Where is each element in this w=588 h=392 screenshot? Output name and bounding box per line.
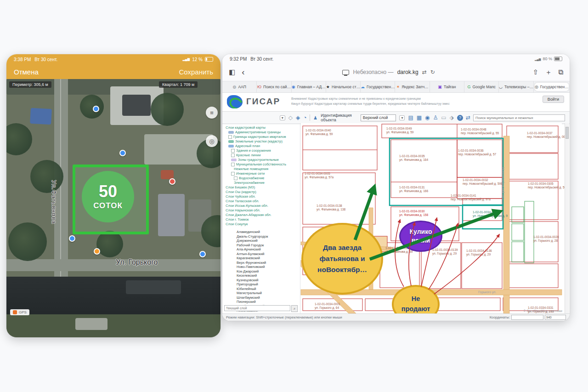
parcel-label[interactable]: 1-02-01-0034-0030 ул. Фатьянова д. 158 xyxy=(399,210,428,217)
layer-tree-item[interactable]: Муниципальная собственность xyxy=(226,162,299,167)
layer-checkbox[interactable] xyxy=(231,172,235,176)
map-search-input[interactable] xyxy=(473,114,565,121)
district-item[interactable]: Магистральный xyxy=(237,291,299,295)
parcel-label[interactable]: 1-02-01-0034-0005 ул. Фатьянова д. 57а xyxy=(305,172,334,180)
layer-select-arrow[interactable]: ▾ xyxy=(399,115,405,120)
identify-tool-icon[interactable]: ♟ xyxy=(313,115,317,120)
browser-tab[interactable]: Ю Поиск по сай… xyxy=(257,81,291,92)
parcel-label[interactable]: 1-02-01-0034-0139 ул. Горького д. 29 xyxy=(432,248,458,256)
layer-tree-item[interactable]: Слои Нарынская обл. xyxy=(226,208,299,213)
district-item[interactable]: Алтын-Булакский xyxy=(237,252,299,256)
swap-icon[interactable]: ⇄ xyxy=(466,114,470,121)
map-marker-blue[interactable] xyxy=(93,106,99,112)
browser-tab[interactable]: ◍ ААП xyxy=(222,81,257,92)
map-marker-red[interactable] xyxy=(169,178,175,185)
address-bar[interactable]: Небезопасно — darok.kg ⇄ ↻ xyxy=(251,69,526,75)
district-item[interactable]: Дзержинский xyxy=(237,239,299,243)
parcel-label[interactable]: 1-02-01-0034-0049 ул. Фатьянова д. 59 xyxy=(386,127,413,135)
search-small-icon[interactable]: ⌕ xyxy=(291,305,298,312)
browser-tab[interactable]: ◉ Главная – АД… xyxy=(292,81,326,92)
layer-tree-item[interactable]: Электроснабжение xyxy=(226,181,299,185)
browser-tab[interactable]: ◎ Государствен… xyxy=(534,82,569,91)
layers-button[interactable]: ≡ xyxy=(206,107,218,119)
parcel-label[interactable]: 1-02-01-0034-0138 ул. Фатьянова д. 138 xyxy=(317,204,345,212)
parcel-label[interactable]: 1-02-01-0034-0136 ул. Горького д. 29 xyxy=(466,249,492,257)
collapse-dropdown[interactable]: ▾ xyxy=(280,115,285,120)
browser-tab[interactable]: ✶ Яндекс Запч… xyxy=(395,81,430,92)
pin-icon[interactable]: ◉ xyxy=(425,114,430,121)
layer-tree-item[interactable]: Административные границы xyxy=(226,130,299,135)
translate-icon[interactable]: ⇄ xyxy=(422,69,427,75)
district-item[interactable]: Пригородный xyxy=(237,282,299,287)
browser-tab[interactable]: ☁ Государствен… xyxy=(361,81,395,92)
map-marker-orange[interactable] xyxy=(94,248,100,255)
share-icon[interactable]: ⇧ xyxy=(533,68,539,76)
layer-tree-item[interactable]: Слои Иссык-Кульская обл. xyxy=(226,204,299,208)
back-icon[interactable]: ‹ xyxy=(242,70,244,74)
layer-checkbox[interactable] xyxy=(234,176,237,180)
locate-button[interactable]: ◎ xyxy=(206,135,218,147)
layer-tree-item[interactable]: Адресный план xyxy=(226,144,299,148)
browser-tab[interactable]: ▣ Тайган xyxy=(430,81,464,92)
parcel-label[interactable]: 1-02-01-0034-0048 пер. Новооктябрьский д… xyxy=(461,128,499,136)
layer-tree-item[interactable]: Слои кадастровой карты xyxy=(226,125,299,130)
layer-tree-item[interactable]: Красные линии xyxy=(226,153,299,158)
layer-tree-item[interactable]: Границы кадастровых кварталов xyxy=(226,135,299,139)
parcel-label[interactable]: 1-02-01-0034-0001 ул. Горького д. 64 xyxy=(315,302,340,310)
district-item[interactable]: Ново-Павловский xyxy=(237,265,299,269)
layer-tree-item[interactable]: Зоны градостроительные xyxy=(226,158,299,162)
layer-tree-item[interactable]: Инженерные сети xyxy=(226,171,299,176)
layer-tree-item[interactable]: Слои Джалал-Абадская обл. xyxy=(226,213,299,217)
layer-zoom-icon[interactable]: ◔ xyxy=(303,114,306,121)
layer-checkbox[interactable] xyxy=(231,153,235,157)
parcel-label[interactable]: 1-02-01-0034-0040 ул. Фатьянова д. 59 xyxy=(305,129,333,136)
district-item[interactable]: Джаль-Студгородок xyxy=(237,234,299,239)
map-marker-blue[interactable] xyxy=(199,251,206,257)
layer-tree-item[interactable]: Слои Чуйская обл. xyxy=(226,194,299,199)
coord-y-input[interactable] xyxy=(545,315,566,320)
map-marker-blue[interactable] xyxy=(69,235,75,242)
district-item[interactable]: Карагачевский xyxy=(237,256,299,261)
save-button[interactable]: Сохранить xyxy=(179,68,213,76)
district-item[interactable]: Рабочий Городок xyxy=(237,243,299,248)
cadastral-map[interactable]: 1-02-01-0034-0040 ул. Фатьянова д. 59 1-… xyxy=(301,123,562,313)
layer-tree-item[interactable]: Слои Бишкек (МЗ) xyxy=(226,185,299,190)
parcel-label[interactable]: 1-02-01-0034-0028 ул. Горького д. 28 xyxy=(533,235,559,243)
parcel-label[interactable]: 1-02-01-0034-0033 ул. Новооктябрьская д.… xyxy=(473,210,508,218)
selected-area-square[interactable]: 50 СОТОК xyxy=(73,165,149,234)
browser-tab[interactable]: ◡ Телевизоры –… xyxy=(499,81,533,92)
parcel-label[interactable]: 1-02-01-0034-0035 ул. Фатьянова д. 164 xyxy=(399,154,428,162)
coord-x-input[interactable] xyxy=(511,315,543,320)
district-item[interactable]: Аламединский xyxy=(237,230,299,234)
layer-tree-item[interactable]: Слои Таласская обл. xyxy=(226,199,299,204)
current-layer-input[interactable] xyxy=(224,305,290,311)
parcel-label[interactable]: 1-02-01-0034-0032 пер. Новооктябрьский д… xyxy=(463,178,503,186)
polygon-tool-icon[interactable]: ◇ xyxy=(288,114,293,121)
parcel-label[interactable]: 1-02-01-0034-0141 пер. Новооктябрьский д… xyxy=(451,194,491,202)
parcel-label[interactable]: 1-02-01-0034-0131 ул. Фатьянова д. 166 xyxy=(399,186,428,193)
parcel-label[interactable]: 1-02-01-0034-0037 пер. Новооктябрьский д… xyxy=(527,131,567,139)
sidebar-toggle-icon[interactable]: ◧ xyxy=(229,68,235,76)
browser-tab[interactable]: ★ Начальное ст… xyxy=(326,81,361,92)
tabs-overview-icon[interactable]: ⧉ xyxy=(558,68,563,76)
district-item[interactable]: Юбилейный xyxy=(237,287,299,291)
map-marker-blue[interactable] xyxy=(119,150,126,156)
district-item[interactable]: Пионерский xyxy=(237,300,299,304)
print-icon[interactable]: ▭ xyxy=(441,114,446,121)
parcel-label[interactable]: 1-02-01-0034-0036 пер. Новооктябрьский д… xyxy=(458,149,496,157)
image-icon[interactable]: ▦ xyxy=(417,114,422,121)
layer-checkbox[interactable] xyxy=(231,163,235,166)
layer-tree-item[interactable]: Земельные участки (кадастр) xyxy=(226,139,299,144)
layer-tree-item[interactable]: Слои г. Токмок xyxy=(226,217,299,222)
login-button[interactable]: Войти xyxy=(543,96,564,103)
help-icon[interactable]: ? xyxy=(457,115,463,121)
district-item[interactable]: Киселевский xyxy=(237,273,299,278)
browser-tab[interactable]: G Google Мапс xyxy=(464,81,499,92)
layer-tree-item[interactable]: Слои Сокулук xyxy=(226,222,299,227)
layer-checkbox[interactable] xyxy=(231,149,235,153)
district-item[interactable]: Верх-Фрунзенский xyxy=(237,261,299,265)
layer-tree-item[interactable]: Слои Ош (кадастр) xyxy=(226,190,299,194)
layer-tree-item[interactable]: Водоснабжение xyxy=(226,176,299,181)
layer-select[interactable]: Верхний слой xyxy=(361,114,396,121)
layer-tree-item[interactable]: Нежилые помещения xyxy=(226,167,299,171)
